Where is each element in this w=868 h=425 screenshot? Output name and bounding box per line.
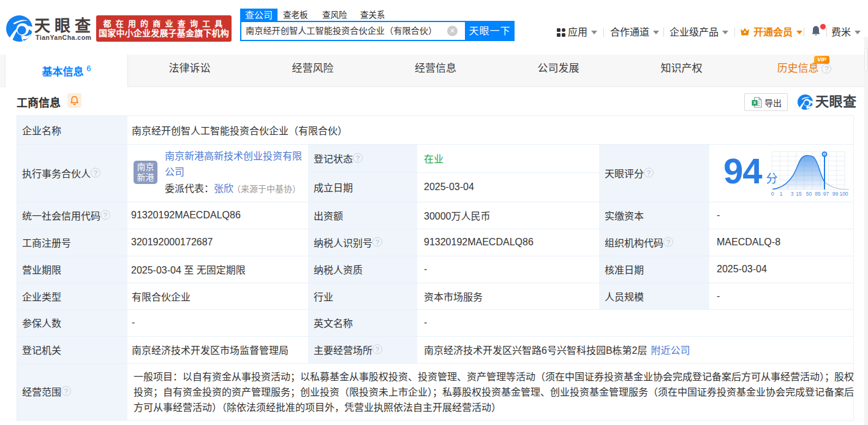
svg-text:97: 97 [823,191,829,197]
svg-text:0: 0 [771,191,774,197]
svg-text:50: 50 [806,191,812,197]
svg-text:3: 3 [791,191,794,197]
svg-text:X: X [753,100,756,105]
svg-text:1: 1 [780,191,783,197]
svg-text:85: 85 [815,191,821,197]
svg-text:15: 15 [796,191,802,197]
svg-text:99: 99 [832,191,839,197]
svg-text:100: 100 [839,191,848,197]
